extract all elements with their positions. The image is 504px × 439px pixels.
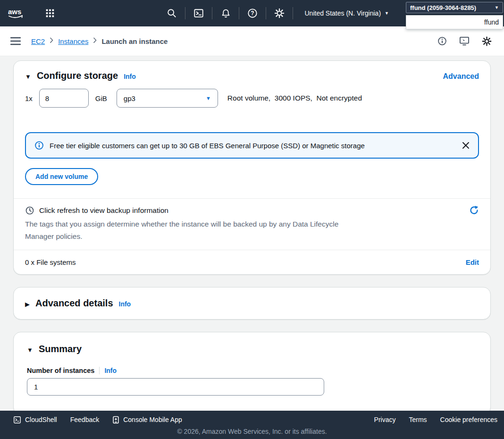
notifications-bell-icon[interactable] xyxy=(215,4,236,23)
nav-divider xyxy=(185,7,185,19)
summary-card: ▼ Summary Number of instances Info xyxy=(13,332,491,415)
breadcrumb-link-instances[interactable]: Instances xyxy=(58,37,88,45)
footer-cloudshell-label: CloudShell xyxy=(25,416,57,423)
breadcrumb-link-ec2[interactable]: EC2 xyxy=(31,37,45,45)
close-icon[interactable] xyxy=(462,142,470,149)
advanced-link[interactable]: Advanced xyxy=(443,72,479,81)
volume-unit-label: GiB xyxy=(95,94,107,102)
label-divider xyxy=(99,367,100,374)
account-dropdown-panel: ffund xyxy=(406,15,503,29)
configure-storage-card: ▼ Configure storage Info Advanced 1x GiB… xyxy=(13,60,491,275)
account-menu-button[interactable]: ffund (2059-3064-8285) ▼ xyxy=(406,2,503,13)
account-dropdown-item[interactable]: ffund xyxy=(406,16,503,29)
advanced-details-title: Advanced details xyxy=(35,298,113,309)
cloudshell-icon xyxy=(13,416,21,424)
free-tier-alert: Free tier eligible customers can get up … xyxy=(25,132,479,159)
collapse-triangle-icon[interactable]: ▼ xyxy=(25,73,31,80)
advanced-details-header[interactable]: ▶ Advanced details Info xyxy=(14,287,490,319)
nav-divider xyxy=(239,7,239,19)
backup-description: The tags that you assign determine wheth… xyxy=(25,218,360,242)
main-content: ▼ Configure storage Info Advanced 1x GiB… xyxy=(0,56,504,415)
chevron-right-icon xyxy=(50,37,53,45)
nav-divider xyxy=(293,7,293,19)
services-grid-icon[interactable] xyxy=(40,4,60,23)
file-systems-label: 0 x File systems xyxy=(25,258,76,266)
advanced-details-info-link[interactable]: Info xyxy=(119,300,131,308)
nav-divider xyxy=(266,7,266,19)
cloudshell-icon[interactable] xyxy=(188,4,209,23)
breadcrumb-actions xyxy=(437,36,494,46)
chevron-down-icon: ▼ xyxy=(385,11,389,16)
summary-title: Summary xyxy=(39,344,82,355)
account-label: ffund (2059-3064-8285) xyxy=(410,4,476,11)
configure-storage-info-link[interactable]: Info xyxy=(124,73,136,80)
breadcrumb-bar: EC2 Instances Launch an instance xyxy=(0,26,504,56)
feedback-panel-icon[interactable] xyxy=(459,36,470,46)
number-of-instances-info-link[interactable]: Info xyxy=(104,367,117,374)
volume-type-select[interactable]: gp3 ▼ xyxy=(117,89,218,108)
breadcrumb: EC2 Instances Launch an instance xyxy=(31,37,168,45)
volume-row: 1x GiB gp3 ▼ Root volume, 3000 IOPS, Not… xyxy=(25,89,479,108)
nav-divider xyxy=(212,7,212,19)
expand-triangle-icon[interactable]: ▶ xyxy=(25,301,30,308)
top-navigation: aws ? xyxy=(0,0,504,26)
account-menu: ffund (2059-3064-8285) ▼ ffund xyxy=(406,2,503,29)
footer: CloudShell Feedback Console Mobile App P… xyxy=(0,411,504,439)
svg-text:aws: aws xyxy=(8,8,21,16)
info-circle-icon xyxy=(34,141,44,150)
mobile-app-icon xyxy=(112,416,119,424)
backup-section: Click refresh to view backup information… xyxy=(14,199,490,250)
summary-header: ▼ Summary xyxy=(27,344,477,355)
add-new-volume-button[interactable]: Add new volume xyxy=(25,168,98,185)
svg-text:?: ? xyxy=(251,10,254,17)
footer-copyright: © 2026, Amazon Web Services, Inc. or its… xyxy=(0,428,504,435)
chevron-down-icon: ▼ xyxy=(495,5,499,10)
footer-privacy-link[interactable]: Privacy xyxy=(368,416,403,423)
chevron-down-icon: ▼ xyxy=(206,95,211,101)
refresh-icon[interactable] xyxy=(469,205,479,215)
volume-count-label: 1x xyxy=(25,94,33,102)
volume-meta-text: Root volume, 3000 IOPS, Not encrypted xyxy=(227,94,362,102)
region-label: United States (N. Virginia) xyxy=(304,9,381,17)
footer-mobile-app-button[interactable]: Console Mobile App xyxy=(106,416,189,424)
hamburger-menu-icon[interactable] xyxy=(10,37,21,45)
number-of-instances-label: Number of instances xyxy=(27,367,94,374)
configure-storage-header: ▼ Configure storage Info Advanced xyxy=(25,70,479,81)
footer-cloudshell-button[interactable]: CloudShell xyxy=(7,416,64,424)
region-selector[interactable]: United States (N. Virginia) ▼ xyxy=(296,4,397,23)
search-icon[interactable] xyxy=(161,4,182,23)
footer-feedback-button[interactable]: Feedback xyxy=(64,416,106,423)
file-systems-row: 0 x File systems Edit xyxy=(14,250,490,274)
settings-gear-icon[interactable] xyxy=(269,4,290,23)
aws-logo-icon[interactable]: aws xyxy=(7,7,25,20)
settings-gear-icon[interactable] xyxy=(482,36,492,46)
footer-cookie-preferences-link[interactable]: Cookie preferences xyxy=(434,416,499,423)
info-panel-icon[interactable] xyxy=(437,36,447,46)
footer-legal-links: Privacy Terms Cookie preferences xyxy=(368,416,499,423)
backup-title: Click refresh to view backup information xyxy=(39,206,168,215)
footer-mobile-app-label: Console Mobile App xyxy=(123,416,182,423)
advanced-details-card: ▶ Advanced details Info xyxy=(13,287,491,320)
help-icon[interactable]: ? xyxy=(242,4,263,23)
number-of-instances-label-row: Number of instances Info xyxy=(27,367,477,374)
backup-clock-icon xyxy=(25,206,34,215)
edit-file-systems-link[interactable]: Edit xyxy=(466,258,479,266)
chevron-right-icon xyxy=(93,37,97,45)
footer-feedback-label: Feedback xyxy=(70,416,99,423)
volume-size-input[interactable] xyxy=(39,89,89,108)
volume-type-value: gp3 xyxy=(124,94,135,102)
configure-storage-title: Configure storage xyxy=(37,70,118,81)
breadcrumb-current: Launch an instance xyxy=(101,37,168,45)
number-of-instances-input[interactable] xyxy=(27,378,324,396)
collapse-triangle-icon[interactable]: ▼ xyxy=(27,346,33,354)
footer-terms-link[interactable]: Terms xyxy=(402,416,433,423)
free-tier-alert-text: Free tier eligible customers can get up … xyxy=(50,142,365,150)
